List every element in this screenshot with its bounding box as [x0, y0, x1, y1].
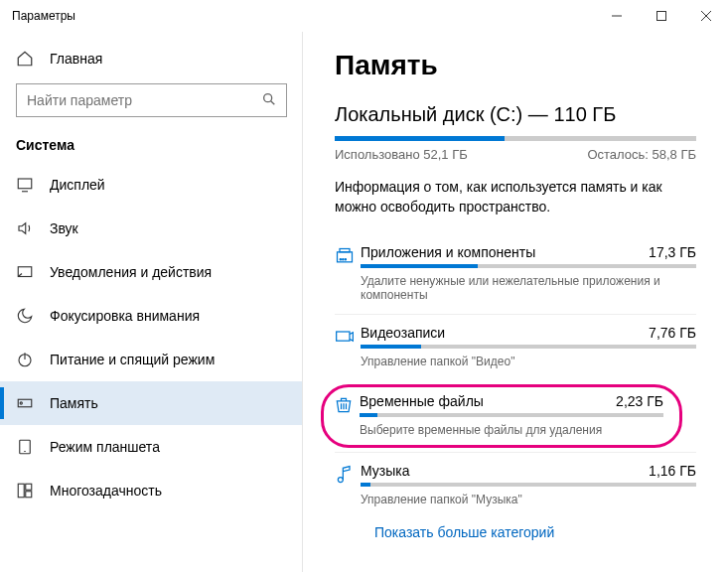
category-title: Видеозаписи	[361, 325, 445, 341]
svg-rect-1	[656, 12, 665, 21]
sidebar-item-focus[interactable]: Фокусировка внимания	[0, 294, 303, 338]
category-size: 7,76 ГБ	[649, 325, 696, 341]
category-title: Временные файлы	[360, 393, 484, 409]
category-videos[interactable]: Видеозаписи7,76 ГБУправление папкой "Вид…	[335, 314, 696, 380]
power-icon	[16, 351, 36, 368]
svg-rect-17	[26, 492, 32, 498]
sidebar-item-storage[interactable]: Память	[0, 381, 303, 425]
sidebar-item-label: Питание и спящий режим	[50, 352, 215, 367]
content: Память Локальный диск (C:) — 110 ГБ Испо…	[303, 32, 728, 572]
window-title: Параметры	[12, 9, 594, 23]
page-title: Память	[335, 50, 696, 81]
sidebar-item-label: Фокусировка внимания	[50, 308, 200, 324]
category-size: 2,23 ГБ	[616, 393, 663, 409]
used-label: Использовано 52,1 ГБ	[335, 147, 468, 162]
disk-usage-fill	[335, 136, 505, 141]
sidebar-item-sound[interactable]: Звук	[0, 207, 303, 250]
titlebar: Параметры	[0, 0, 728, 32]
category-bar	[361, 264, 696, 268]
multitask-icon	[16, 482, 36, 500]
category-desc: Управление папкой "Музыка"	[361, 493, 696, 506]
category-bar	[361, 483, 696, 487]
maximize-button[interactable]	[639, 0, 683, 32]
svg-point-4	[264, 94, 272, 102]
sidebar-item-label: Многозадачность	[50, 483, 162, 499]
sidebar-item-label: Звук	[50, 220, 78, 236]
svg-rect-23	[337, 332, 350, 341]
sidebar-item-label: Память	[50, 395, 98, 411]
svg-point-27	[338, 478, 343, 483]
category-bar	[361, 345, 696, 349]
minimize-button[interactable]	[594, 0, 639, 32]
sidebar: Главная Система Дисплей Звук Уведомления…	[0, 32, 303, 572]
trash-icon	[334, 393, 360, 437]
category-music[interactable]: Музыка1,16 ГБУправление папкой "Музыка"	[335, 452, 696, 518]
storage-icon	[16, 394, 36, 412]
home-label: Главная	[50, 51, 102, 67]
sound-icon	[16, 219, 36, 237]
svg-point-21	[343, 259, 344, 260]
category-desc: Выберите временные файлы для удаления	[360, 423, 663, 437]
category-size: 1,16 ГБ	[649, 463, 696, 479]
category-bar	[360, 413, 663, 417]
free-label: Осталось: 58,8 ГБ	[587, 147, 696, 162]
sidebar-item-multitask[interactable]: Многозадачность	[0, 469, 303, 512]
sidebar-item-notifications[interactable]: Уведомления и действия	[0, 250, 303, 294]
section-header: Система	[0, 131, 303, 163]
sidebar-item-tablet[interactable]: Режим планшета	[0, 425, 303, 469]
sidebar-item-label: Дисплей	[50, 177, 105, 193]
close-button[interactable]	[683, 0, 728, 32]
svg-point-20	[340, 259, 341, 260]
tablet-icon	[16, 438, 36, 456]
show-more-link[interactable]: Показать больше категорий	[335, 518, 696, 540]
category-desc: Управление папкой "Видео"	[361, 355, 696, 368]
home-icon	[16, 50, 36, 68]
category-size: 17,3 ГБ	[649, 244, 696, 260]
svg-point-22	[345, 259, 346, 260]
search-icon	[261, 91, 277, 107]
search-input[interactable]	[16, 83, 287, 117]
display-icon	[16, 176, 36, 194]
video-icon	[335, 325, 361, 368]
category-temp-files[interactable]: Временные файлы2,23 ГБВыберите временные…	[335, 380, 696, 452]
svg-rect-19	[340, 249, 350, 252]
category-title: Приложения и компоненты	[361, 244, 535, 260]
svg-rect-15	[18, 484, 24, 498]
disk-usage-bar	[335, 136, 696, 141]
apps-icon	[335, 244, 361, 302]
music-icon	[335, 463, 361, 506]
svg-line-5	[271, 101, 275, 105]
storage-description: Информация о том, как используется памят…	[335, 178, 696, 216]
disk-name: Локальный диск (C:) — 110 ГБ	[335, 103, 696, 126]
category-desc: Удалите ненужные или нежелательные прило…	[361, 274, 696, 302]
svg-rect-16	[26, 484, 32, 490]
focus-icon	[16, 307, 36, 325]
home-nav[interactable]: Главная	[0, 40, 303, 77]
sidebar-item-display[interactable]: Дисплей	[0, 163, 303, 207]
svg-rect-6	[18, 179, 32, 189]
svg-point-12	[20, 402, 22, 404]
svg-rect-18	[338, 252, 353, 262]
sidebar-item-label: Режим планшета	[50, 439, 160, 455]
notifications-icon	[16, 263, 36, 281]
category-apps[interactable]: Приложения и компоненты17,3 ГБУдалите не…	[335, 234, 696, 314]
sidebar-item-label: Уведомления и действия	[50, 264, 212, 280]
category-title: Музыка	[361, 463, 410, 479]
sidebar-item-power[interactable]: Питание и спящий режим	[0, 338, 303, 381]
search-box[interactable]	[16, 83, 287, 117]
